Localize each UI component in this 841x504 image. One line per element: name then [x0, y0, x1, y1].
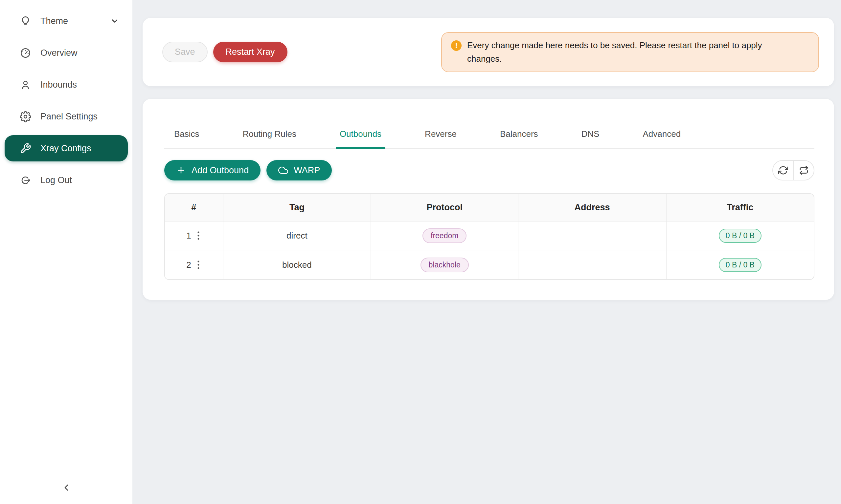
sidebar-item-label: Panel Settings — [40, 111, 98, 122]
column-header-index: # — [165, 194, 223, 221]
config-tabbar: Basics Routing Rules Outbounds Reverse B… — [164, 99, 814, 149]
add-outbound-label: Add Outbound — [191, 165, 249, 176]
column-header-protocol: Protocol — [371, 194, 518, 221]
row-index: 2 — [186, 260, 191, 270]
save-button[interactable]: Save — [162, 42, 208, 62]
row-address — [518, 221, 666, 250]
content-area: Save Restart Xray ! Every change made he… — [132, 0, 841, 300]
wrench-icon — [20, 143, 31, 154]
tab-dns[interactable]: DNS — [581, 99, 600, 148]
tab-outbounds[interactable]: Outbounds — [339, 99, 382, 148]
sidebar-item-log-out[interactable]: Log Out — [5, 167, 128, 193]
tab-routing-rules[interactable]: Routing Rules — [242, 99, 297, 148]
sidebar-item-label: Log Out — [40, 175, 72, 185]
sidebar: Theme Overview Inbounds Panel Settings — [0, 0, 132, 504]
add-outbound-button[interactable]: Add Outbound — [164, 160, 260, 180]
row-tag: blocked — [223, 250, 371, 279]
outbounds-table: # Tag Protocol Address Traffic 1 — [164, 193, 814, 280]
table-row: 2 blocked blackhole 0 B / 0 B — [165, 250, 814, 279]
xray-configs-card: Basics Routing Rules Outbounds Reverse B… — [142, 99, 834, 300]
tab-advanced[interactable]: Advanced — [642, 99, 681, 148]
row-address — [518, 250, 666, 279]
gear-icon — [20, 111, 31, 122]
traffic-badge: 0 B / 0 B — [719, 258, 761, 272]
outbounds-actions-row: Add Outbound WARP — [164, 160, 814, 180]
sidebar-item-label: Inbounds — [40, 80, 77, 90]
restart-xray-button[interactable]: Restart Xray — [213, 42, 288, 62]
dashboard-icon — [20, 47, 31, 59]
traffic-badge: 0 B / 0 B — [719, 229, 761, 243]
row-tag: direct — [223, 221, 371, 250]
sidebar-item-overview[interactable]: Overview — [5, 40, 128, 66]
restart-warning-alert: ! Every change made here needs to be sav… — [441, 32, 819, 72]
column-header-traffic: Traffic — [667, 194, 814, 221]
sidebar-item-inbounds[interactable]: Inbounds — [5, 72, 128, 98]
table-row: 1 direct freedom 0 B / 0 B — [165, 221, 814, 250]
warning-circle-icon: ! — [451, 40, 462, 51]
sync-button[interactable] — [773, 161, 793, 180]
sidebar-item-label: Overview — [40, 48, 78, 58]
repeat-icon — [799, 165, 809, 175]
column-header-address: Address — [518, 194, 666, 221]
sidebar-item-theme[interactable]: Theme — [5, 8, 128, 34]
row-menu-button[interactable] — [195, 258, 201, 271]
tab-balancers[interactable]: Balancers — [499, 99, 539, 148]
sidebar-item-xray-configs[interactable]: Xray Configs — [5, 135, 128, 161]
column-header-tag: Tag — [223, 194, 371, 221]
sidebar-item-label: Xray Configs — [40, 143, 91, 154]
sidebar-item-label: Theme — [40, 16, 68, 26]
chevron-left-icon — [61, 482, 72, 493]
warp-label: WARP — [294, 165, 320, 176]
repeat-button[interactable] — [793, 161, 814, 180]
toolbar-card: Save Restart Xray ! Every change made he… — [142, 18, 834, 86]
user-icon — [20, 79, 31, 91]
tab-reverse[interactable]: Reverse — [424, 99, 457, 148]
alert-text: Every change made here needs to be saved… — [467, 39, 791, 66]
vertical-ellipsis-icon — [197, 230, 200, 241]
refresh-button-group — [772, 160, 814, 180]
chevron-down-icon — [110, 16, 119, 25]
sidebar-collapse-button[interactable] — [56, 477, 77, 498]
tab-basics[interactable]: Basics — [173, 99, 200, 148]
protocol-badge: blackhole — [420, 257, 469, 272]
sync-icon — [778, 165, 788, 175]
logout-icon — [20, 175, 31, 186]
vertical-ellipsis-icon — [197, 259, 200, 270]
row-index: 1 — [186, 231, 191, 241]
lightbulb-icon — [20, 15, 31, 27]
warp-button[interactable]: WARP — [267, 160, 332, 180]
table-header-row: # Tag Protocol Address Traffic — [165, 194, 814, 221]
sidebar-item-panel-settings[interactable]: Panel Settings — [5, 103, 128, 130]
row-menu-button[interactable] — [195, 229, 201, 242]
cloud-icon — [278, 165, 288, 175]
protocol-badge: freedom — [423, 228, 466, 243]
sidebar-nav: Theme Overview Inbounds Panel Settings — [0, 0, 132, 193]
plus-icon — [176, 165, 186, 175]
